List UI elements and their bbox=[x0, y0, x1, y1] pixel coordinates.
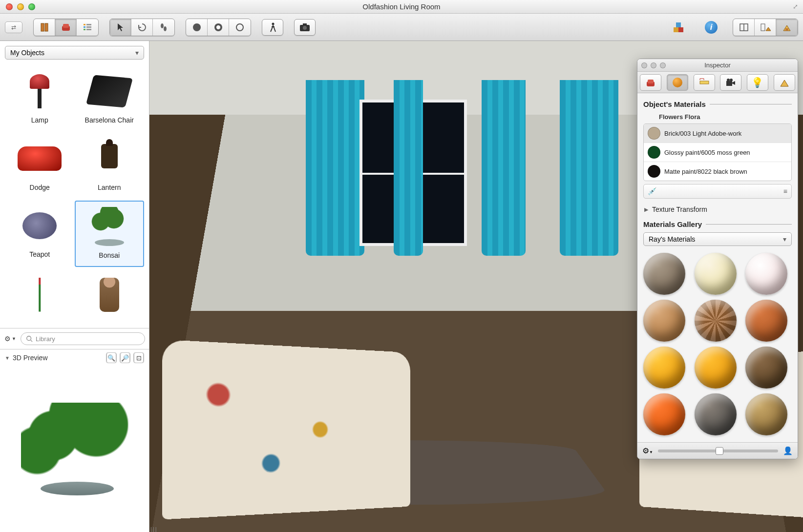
object-bonsai[interactable]: Bonsai bbox=[75, 201, 145, 267]
materials-list: Brick/003 Light Adobe-work Glossy paint/… bbox=[643, 123, 792, 181]
library-search-input[interactable]: Library bbox=[21, 332, 145, 345]
material-swatch[interactable] bbox=[643, 300, 685, 342]
material-swatch[interactable] bbox=[745, 393, 787, 435]
tab-building[interactable] bbox=[774, 74, 795, 91]
library-bottom-bar: ⚙▼ Library bbox=[0, 328, 149, 349]
library-category-label: My Objects bbox=[10, 49, 44, 57]
tab-materials[interactable] bbox=[667, 74, 688, 91]
walk-tool-button[interactable] bbox=[153, 19, 174, 36]
inspector-titlebar[interactable]: Inspector bbox=[637, 59, 798, 72]
material-swatch[interactable] bbox=[643, 253, 685, 295]
library-settings-button[interactable]: ⚙▼ bbox=[4, 333, 17, 344]
zoom-fit-button[interactable]: ⊡ bbox=[133, 352, 144, 363]
material-swatch[interactable] bbox=[695, 300, 737, 342]
fullscreen-icon[interactable]: ⤢ bbox=[793, 3, 798, 10]
flower-icon bbox=[30, 278, 49, 312]
scene-curtain bbox=[306, 80, 364, 256]
sphere-icon bbox=[673, 78, 682, 87]
tab-lighting[interactable]: 💡 bbox=[747, 74, 768, 91]
texture-transform-disclosure[interactable]: ▶ Texture Transform bbox=[643, 199, 792, 218]
snapshot-button[interactable] bbox=[294, 19, 316, 36]
object-label: Lantern bbox=[98, 184, 121, 191]
object-person[interactable] bbox=[75, 270, 145, 324]
material-row[interactable]: Brick/003 Light Adobe-work bbox=[644, 124, 791, 143]
material-swatch[interactable] bbox=[745, 300, 787, 342]
rotate-tool-button[interactable] bbox=[131, 19, 153, 36]
scene-curtain bbox=[482, 80, 526, 256]
tab-measure[interactable] bbox=[694, 74, 715, 91]
car-icon bbox=[18, 146, 62, 171]
record-button[interactable] bbox=[186, 19, 208, 36]
material-swatch[interactable] bbox=[745, 253, 787, 295]
svg-point-14 bbox=[303, 26, 307, 30]
thumbnail-size-slider[interactable] bbox=[658, 450, 778, 452]
select-tool-button[interactable] bbox=[110, 19, 131, 36]
preview-3d-viewport[interactable] bbox=[0, 366, 149, 532]
svg-rect-21 bbox=[761, 24, 765, 31]
svg-line-24 bbox=[31, 340, 33, 342]
warehouse-icon bbox=[672, 20, 686, 34]
gallery-category-dropdown[interactable]: Ray's Materials bbox=[643, 232, 792, 246]
tab-object[interactable] bbox=[640, 74, 661, 91]
svg-rect-18 bbox=[676, 22, 681, 27]
view-2d-button[interactable] bbox=[733, 19, 755, 36]
view-segment bbox=[733, 19, 798, 36]
chevron-down-icon: ▼ bbox=[649, 450, 653, 454]
svg-rect-4 bbox=[84, 24, 85, 25]
scene-curtain bbox=[560, 80, 618, 256]
zoom-out-button[interactable]: 🔎 bbox=[120, 352, 130, 363]
object-lamp[interactable]: Lamp bbox=[5, 66, 75, 131]
color-picker-row[interactable]: 💉 ≡ bbox=[643, 184, 792, 199]
objects-grid: Lamp Barselona Chair Dodge Lantern Teapo… bbox=[0, 64, 149, 328]
gallery-settings-button[interactable]: ⚙▼ bbox=[642, 446, 653, 455]
svg-rect-3 bbox=[63, 24, 69, 28]
warehouse-button[interactable] bbox=[668, 19, 690, 36]
footprints-icon bbox=[159, 22, 169, 32]
view-2d3d-button[interactable] bbox=[755, 19, 776, 36]
armchair-icon bbox=[645, 78, 656, 87]
material-swatch[interactable] bbox=[695, 393, 737, 435]
library-category-dropdown[interactable]: My Objects bbox=[5, 46, 144, 60]
material-row[interactable]: Glossy paint/6005 moss green bbox=[644, 143, 791, 162]
movie-camera-icon bbox=[725, 78, 736, 87]
chevron-down-icon: ▼ bbox=[12, 336, 16, 341]
gallery-category-label: Ray's Materials bbox=[649, 235, 695, 243]
library-list-button[interactable] bbox=[77, 19, 98, 36]
lantern-icon bbox=[97, 139, 122, 178]
svg-rect-1 bbox=[45, 23, 48, 31]
scene-curtain bbox=[394, 80, 423, 256]
object-chair[interactable]: Barselona Chair bbox=[75, 66, 145, 131]
split-view-icon bbox=[760, 22, 771, 32]
library-building-button[interactable] bbox=[34, 19, 55, 36]
object-teapot[interactable]: Teapot bbox=[5, 201, 75, 267]
inspector-tabs: 💡 bbox=[637, 72, 798, 93]
preview-zoom-controls: 🔍 🔎 ⊡ bbox=[106, 352, 144, 363]
record-alt-button[interactable] bbox=[208, 19, 229, 36]
object-lantern[interactable]: Lantern bbox=[75, 134, 145, 198]
object-flower[interactable] bbox=[5, 270, 75, 324]
svg-rect-8 bbox=[86, 26, 91, 28]
library-furniture-button[interactable] bbox=[55, 19, 77, 36]
svg-point-10 bbox=[161, 23, 164, 28]
material-swatch[interactable] bbox=[643, 393, 685, 435]
object-dodge[interactable]: Dodge bbox=[5, 134, 75, 198]
window-title: Oldfashion Living Room bbox=[0, 2, 803, 11]
record-outline-icon bbox=[236, 23, 244, 31]
material-row[interactable]: Matte paint/8022 black brown bbox=[644, 162, 791, 181]
record-stroke-button[interactable] bbox=[229, 19, 251, 36]
view-3d-button[interactable] bbox=[776, 19, 798, 36]
tab-camera[interactable] bbox=[720, 74, 741, 91]
zoom-in-button[interactable]: 🔍 bbox=[106, 352, 117, 363]
user-materials-button[interactable]: 👤 bbox=[783, 446, 793, 455]
cabinet-icon bbox=[39, 22, 50, 33]
bonsai-preview-icon bbox=[21, 403, 128, 495]
walk-through-button[interactable] bbox=[262, 19, 283, 36]
material-swatch[interactable] bbox=[695, 347, 737, 389]
material-swatch[interactable] bbox=[745, 347, 787, 389]
sidebar-toggle-button[interactable]: ⇄ bbox=[5, 21, 22, 33]
material-swatch[interactable] bbox=[643, 347, 685, 389]
material-swatch[interactable] bbox=[695, 253, 737, 295]
split-handle[interactable]: ||| bbox=[150, 526, 158, 532]
info-button[interactable]: i bbox=[700, 19, 722, 36]
disclosure-triangle-icon[interactable]: ▼ bbox=[5, 355, 10, 361]
